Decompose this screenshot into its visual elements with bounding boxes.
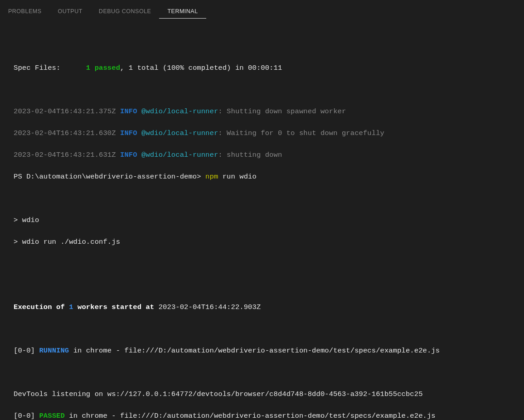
log-line: 2023-02-04T16:43:21.375Z INFO @wdio/loca… [14, 106, 510, 117]
blank-line [14, 323, 510, 334]
prompt-line: PS D:\automation\webdriverio-assertion-d… [14, 171, 510, 182]
tab-debug-console[interactable]: DEBUG CONSOLE [91, 5, 160, 19]
running-line: [0-0] RUNNING in chrome - file:///D:/aut… [14, 345, 510, 356]
panel-tabs: PROBLEMS OUTPUT DEBUG CONSOLE TERMINAL [0, 0, 524, 19]
terminal-output[interactable]: Spec Files: 1 passed, 1 total (100% comp… [0, 19, 524, 420]
blank-line [14, 258, 510, 269]
log-line: 2023-02-04T16:43:21.631Z INFO @wdio/loca… [14, 150, 510, 160]
output-line [14, 41, 510, 52]
tab-terminal[interactable]: TERMINAL [159, 5, 206, 19]
devtools-line: DevTools listening on ws://127.0.0.1:647… [14, 389, 510, 400]
tab-output[interactable]: OUTPUT [49, 5, 90, 19]
tab-problems[interactable]: PROBLEMS [0, 5, 49, 19]
passed-line: [0-0] PASSED in chrome - file:///D:/auto… [14, 410, 510, 420]
script-output: > wdio [14, 215, 510, 226]
spec-summary-1: Spec Files: 1 passed, 1 total (100% comp… [14, 63, 510, 73]
log-line: 2023-02-04T16:43:21.630Z INFO @wdio/loca… [14, 128, 510, 139]
blank-line [14, 280, 510, 291]
blank-line [14, 84, 510, 95]
script-output: > wdio run ./wdio.conf.js [14, 237, 510, 247]
execution-line: Execution of 1 workers started at 2023-0… [14, 302, 510, 313]
blank-line [14, 193, 510, 204]
blank-line [14, 367, 510, 378]
